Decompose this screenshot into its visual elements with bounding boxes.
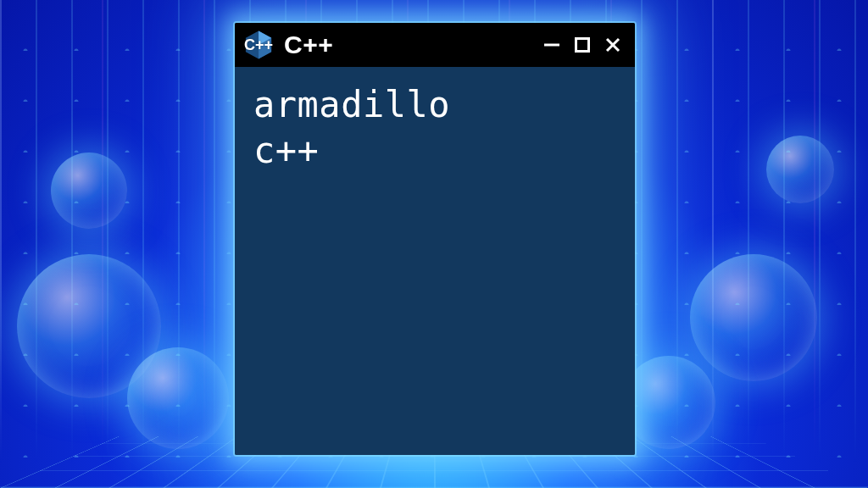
orb-decoration — [127, 347, 229, 449]
terminal-window: C++ C++ armadillo c++ — [235, 23, 635, 455]
orb-decoration — [17, 254, 161, 398]
titlebar[interactable]: C++ C++ — [235, 23, 635, 67]
minimize-button[interactable] — [542, 35, 562, 55]
orb-decoration — [51, 152, 127, 229]
svg-rect-4 — [576, 39, 589, 52]
window-title: C++ — [284, 32, 333, 58]
output-line-2: c++ — [253, 130, 319, 171]
cpp-logo-icon: C++ — [243, 30, 274, 60]
orb-decoration — [690, 254, 817, 381]
orb-decoration — [622, 356, 715, 449]
close-button[interactable] — [603, 35, 623, 55]
terminal-client-area[interactable]: armadillo c++ — [235, 67, 635, 455]
maximize-button[interactable] — [572, 35, 593, 55]
orb-decoration — [766, 136, 834, 203]
output-line-1: armadillo — [253, 84, 450, 125]
